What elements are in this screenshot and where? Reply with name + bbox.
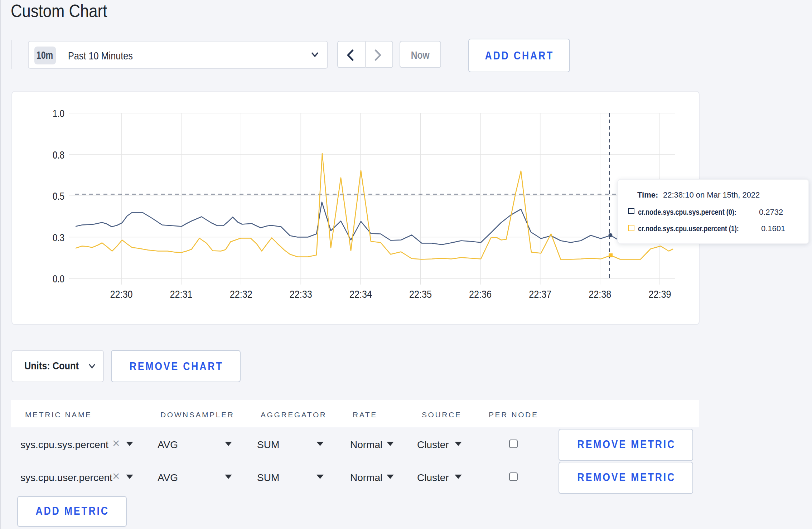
svg-text:22:37: 22:37 bbox=[529, 288, 551, 300]
svg-text:0.0: 0.0 bbox=[53, 272, 64, 284]
svg-text:22:35: 22:35 bbox=[409, 288, 432, 300]
svg-text:22:32: 22:32 bbox=[230, 288, 252, 300]
svg-text:0.3: 0.3 bbox=[53, 231, 64, 243]
svg-text:1.0: 1.0 bbox=[53, 107, 64, 119]
svg-text:22:30: 22:30 bbox=[110, 288, 133, 300]
svg-text:22:31: 22:31 bbox=[170, 288, 193, 300]
svg-text:22:39: 22:39 bbox=[648, 288, 671, 300]
svg-text:22:38: 22:38 bbox=[589, 288, 611, 300]
svg-text:22:34: 22:34 bbox=[349, 288, 372, 300]
svg-text:0.8: 0.8 bbox=[53, 149, 64, 160]
svg-text:22:36: 22:36 bbox=[469, 288, 492, 300]
svg-text:22:33: 22:33 bbox=[290, 288, 312, 300]
svg-text:0.5: 0.5 bbox=[53, 190, 64, 202]
